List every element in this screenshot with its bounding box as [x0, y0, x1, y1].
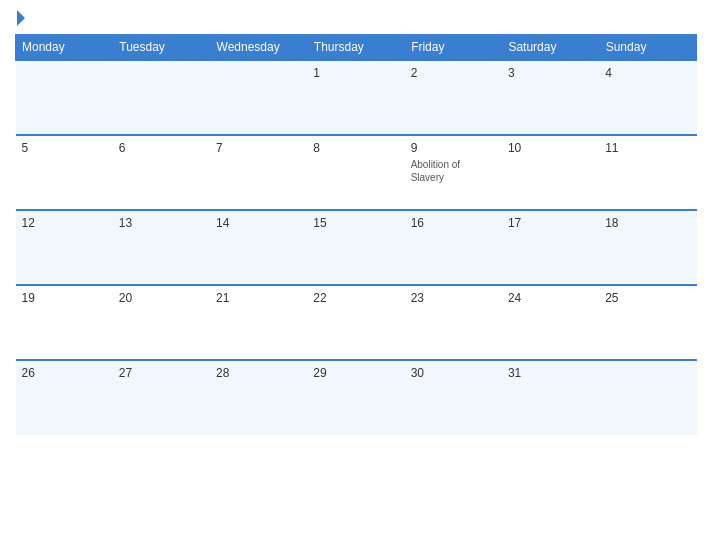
calendar-cell: 5: [16, 135, 113, 210]
calendar-cell: 13: [113, 210, 210, 285]
logo-triangle-icon: [17, 10, 25, 26]
day-number: 7: [216, 141, 223, 155]
calendar-cell: 15: [307, 210, 404, 285]
weekday-header-tuesday: Tuesday: [113, 35, 210, 61]
calendar-cell: 26: [16, 360, 113, 435]
calendar-cell: 7: [210, 135, 307, 210]
day-number: 10: [508, 141, 521, 155]
calendar-cell: 3: [502, 60, 599, 135]
calendar-cell: 19: [16, 285, 113, 360]
day-number: 21: [216, 291, 229, 305]
calendar-cell: 12: [16, 210, 113, 285]
calendar-cell: 22: [307, 285, 404, 360]
calendar-cell: 21: [210, 285, 307, 360]
day-number: 24: [508, 291, 521, 305]
calendar-header: [15, 10, 697, 26]
day-number: 1: [313, 66, 320, 80]
day-number: 30: [411, 366, 424, 380]
calendar-week-row: 1234: [16, 60, 697, 135]
calendar-cell: 25: [599, 285, 696, 360]
calendar-cell: 29: [307, 360, 404, 435]
day-number: 4: [605, 66, 612, 80]
calendar-cell: 30: [405, 360, 502, 435]
weekday-header-row: MondayTuesdayWednesdayThursdayFridaySatu…: [16, 35, 697, 61]
calendar-week-row: 262728293031: [16, 360, 697, 435]
logo: [15, 10, 25, 26]
calendar-cell: 11: [599, 135, 696, 210]
calendar-cell: 2: [405, 60, 502, 135]
calendar-cell: 14: [210, 210, 307, 285]
day-number: 19: [22, 291, 35, 305]
calendar-cell: 23: [405, 285, 502, 360]
weekday-header-friday: Friday: [405, 35, 502, 61]
day-number: 15: [313, 216, 326, 230]
day-number: 14: [216, 216, 229, 230]
weekday-header-monday: Monday: [16, 35, 113, 61]
calendar-cell: 27: [113, 360, 210, 435]
day-number: 2: [411, 66, 418, 80]
calendar-week-row: 56789Abolition of Slavery1011: [16, 135, 697, 210]
day-number: 13: [119, 216, 132, 230]
calendar-cell: 9Abolition of Slavery: [405, 135, 502, 210]
holiday-label: Abolition of Slavery: [411, 158, 496, 184]
day-number: 23: [411, 291, 424, 305]
calendar-week-row: 12131415161718: [16, 210, 697, 285]
calendar-cell: 24: [502, 285, 599, 360]
day-number: 17: [508, 216, 521, 230]
calendar-cell: 4: [599, 60, 696, 135]
weekday-header-wednesday: Wednesday: [210, 35, 307, 61]
calendar-cell: [113, 60, 210, 135]
day-number: 16: [411, 216, 424, 230]
weekday-header-thursday: Thursday: [307, 35, 404, 61]
calendar-cell: 8: [307, 135, 404, 210]
day-number: 28: [216, 366, 229, 380]
day-number: 22: [313, 291, 326, 305]
calendar-cell: 20: [113, 285, 210, 360]
day-number: 8: [313, 141, 320, 155]
calendar-cell: 1: [307, 60, 404, 135]
calendar-cell: 16: [405, 210, 502, 285]
day-number: 29: [313, 366, 326, 380]
calendar-cell: 17: [502, 210, 599, 285]
calendar-cell: 31: [502, 360, 599, 435]
day-number: 9: [411, 141, 418, 155]
calendar-cell: 18: [599, 210, 696, 285]
day-number: 11: [605, 141, 618, 155]
calendar-week-row: 19202122232425: [16, 285, 697, 360]
calendar-cell: 6: [113, 135, 210, 210]
weekday-header-saturday: Saturday: [502, 35, 599, 61]
day-number: 27: [119, 366, 132, 380]
day-number: 5: [22, 141, 29, 155]
calendar-cell: 10: [502, 135, 599, 210]
day-number: 3: [508, 66, 515, 80]
day-number: 26: [22, 366, 35, 380]
calendar-cell: [210, 60, 307, 135]
calendar-page: MondayTuesdayWednesdayThursdayFridaySatu…: [0, 0, 712, 550]
calendar-cell: [599, 360, 696, 435]
day-number: 31: [508, 366, 521, 380]
day-number: 20: [119, 291, 132, 305]
day-number: 25: [605, 291, 618, 305]
day-number: 6: [119, 141, 126, 155]
calendar-cell: 28: [210, 360, 307, 435]
weekday-header-sunday: Sunday: [599, 35, 696, 61]
day-number: 18: [605, 216, 618, 230]
calendar-cell: [16, 60, 113, 135]
day-number: 12: [22, 216, 35, 230]
calendar-table: MondayTuesdayWednesdayThursdayFridaySatu…: [15, 34, 697, 435]
